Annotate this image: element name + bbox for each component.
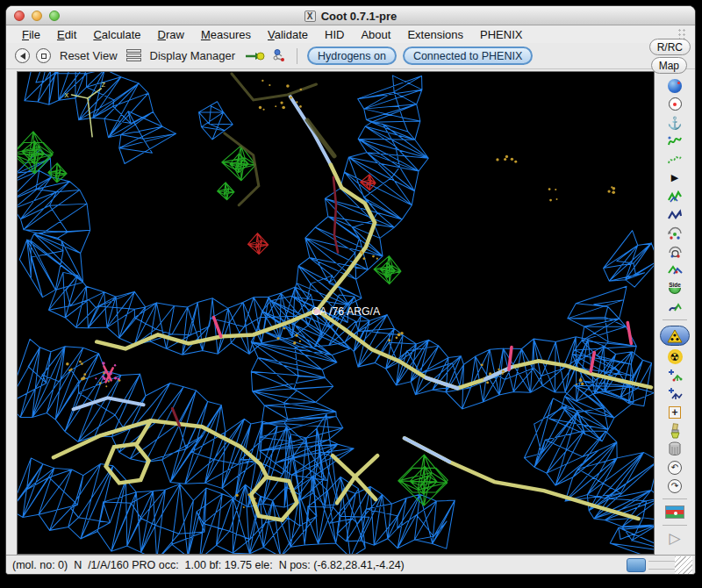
- active-mutate-tool-button[interactable]: [660, 326, 690, 346]
- rtb-separator: [663, 498, 687, 499]
- window-title-text: Coot 0.7.1-pre: [321, 10, 398, 23]
- undo-icon[interactable]: ↶: [668, 461, 682, 475]
- go-to-atom-icon[interactable]: [244, 49, 265, 63]
- hydrogens-toggle-button[interactable]: Hydrogens on: [307, 47, 397, 65]
- phenix-connection-button[interactable]: Connected to PHENIX: [403, 47, 533, 65]
- menu-draw[interactable]: Draw: [158, 28, 184, 41]
- status-scroll-thumb[interactable]: [627, 558, 646, 572]
- x11-app-icon: X: [304, 11, 316, 22]
- reset-view-button[interactable]: Reset View: [57, 49, 120, 62]
- map-button[interactable]: Map: [651, 57, 687, 74]
- back-view-button[interactable]: [15, 48, 30, 63]
- rotate-translate-zone-icon[interactable]: [667, 189, 683, 204]
- pointer-triangle-icon[interactable]: ▶: [671, 173, 678, 183]
- status-ridges: [648, 561, 675, 570]
- toolbar-separator: [297, 48, 297, 64]
- back-arrow-icon: [20, 53, 25, 60]
- place-atom-icon[interactable]: +: [669, 406, 681, 419]
- menu-about[interactable]: About: [361, 28, 390, 41]
- atom-status-text: (mol. no: 0) N /1/A/160 PRO occ: 1.00 bf…: [12, 559, 627, 571]
- run-script-icon[interactable]: ▷: [669, 531, 680, 546]
- recentre-icon[interactable]: [669, 97, 682, 111]
- menu-edit[interactable]: Edit: [57, 28, 76, 41]
- 3d-density-canvas[interactable]: xzCA /76 ARG/A: [18, 72, 654, 554]
- stop-button[interactable]: [36, 48, 51, 63]
- flag-icon[interactable]: [665, 506, 684, 519]
- menu-file[interactable]: File: [22, 28, 40, 41]
- edit-chi-angles-icon[interactable]: [667, 244, 684, 260]
- redo-icon[interactable]: ↷: [668, 479, 682, 493]
- half-disc-icon: [669, 288, 681, 294]
- add-terminal-residue-icon[interactable]: [667, 386, 684, 402]
- simple-mutate-icon[interactable]: ☢: [668, 349, 683, 364]
- rotamers-icon[interactable]: [667, 226, 684, 241]
- regularize-icon[interactable]: [667, 153, 683, 167]
- add-alt-conf-icon[interactable]: [667, 368, 684, 384]
- molecule-icon[interactable]: [271, 48, 287, 64]
- window-resize-grip[interactable]: [675, 556, 692, 574]
- canvas-frame: xzCA /76 ARG/A: [17, 71, 655, 555]
- rrc-button[interactable]: R/RC: [649, 39, 691, 55]
- menu-validate[interactable]: Validate: [268, 28, 308, 41]
- sphere-refine-icon[interactable]: [668, 79, 682, 93]
- paintbrush-icon[interactable]: [667, 423, 683, 439]
- menu-measures[interactable]: Measures: [201, 28, 251, 41]
- window-title: X Coot 0.7.1-pre: [6, 6, 695, 25]
- radiation-triangle-icon: [666, 328, 684, 344]
- auto-fit-rotamer-icon[interactable]: [667, 208, 683, 222]
- rtb-separator: [663, 319, 687, 320]
- flip-peptide-icon[interactable]: [667, 262, 684, 277]
- display-manager-button[interactable]: Display Manager: [147, 49, 239, 62]
- menu-phenix[interactable]: PHENIX: [480, 28, 522, 41]
- modelling-toolbar: ⚓ ▶: [655, 71, 695, 555]
- delete-item-icon[interactable]: [668, 441, 682, 456]
- title-bar[interactable]: X Coot 0.7.1-pre: [6, 6, 695, 25]
- status-bar: (mol. no: 0) N /1/A/160 PRO occ: 1.00 bf…: [6, 555, 695, 574]
- menu-hid[interactable]: HID: [325, 28, 344, 41]
- anchor-icon[interactable]: ⚓: [667, 117, 682, 129]
- axis-z-label: z: [101, 79, 105, 89]
- menu-extensions[interactable]: Extensions: [407, 28, 463, 41]
- coot-window: X Coot 0.7.1-pre File Edit Calculate Dra…: [5, 5, 696, 575]
- real-space-refine-icon[interactable]: [667, 134, 683, 148]
- menu-bar: File Edit Calculate Draw Measures Valida…: [6, 25, 695, 43]
- side-chain-180-icon[interactable]: Side: [669, 283, 681, 295]
- menu-calculate[interactable]: Calculate: [93, 28, 140, 41]
- rtb-separator: [663, 525, 687, 526]
- display-manager-icon: [126, 49, 141, 62]
- picked-atom-label: CA /76 ARG/A: [312, 306, 381, 319]
- main-toolbar: Reset View Display Manager Hydrogens on …: [6, 43, 695, 69]
- main-area: xzCA /76 ARG/A ⚓ ▶: [6, 69, 695, 555]
- jiggle-fit-icon[interactable]: [667, 299, 684, 314]
- axis-x-label: x: [64, 90, 68, 99]
- stop-icon: [41, 54, 47, 59]
